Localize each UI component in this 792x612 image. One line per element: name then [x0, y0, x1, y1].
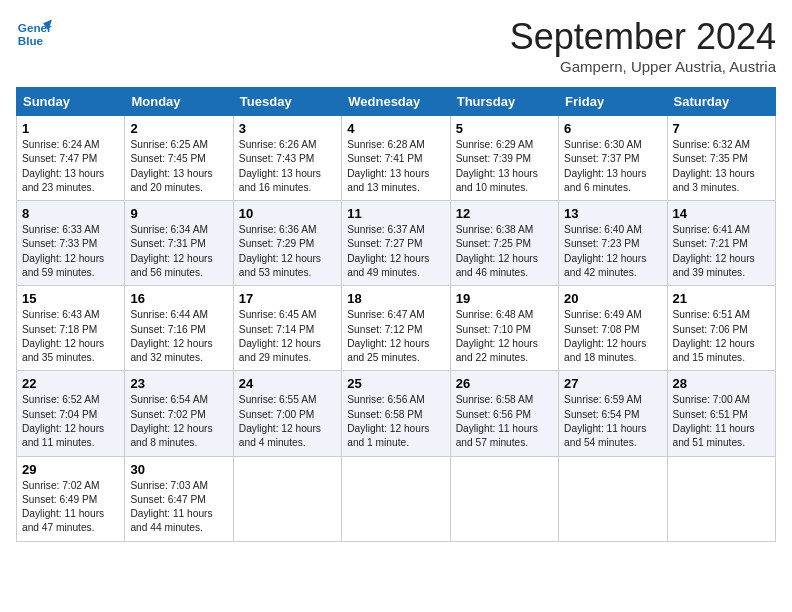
calendar-day-21: 21Sunrise: 6:51 AMSunset: 7:06 PMDayligh… [667, 286, 775, 371]
calendar-empty-cell [342, 456, 450, 541]
col-header-sunday: Sunday [17, 88, 125, 116]
calendar-day-18: 18Sunrise: 6:47 AMSunset: 7:12 PMDayligh… [342, 286, 450, 371]
calendar-day-15: 15Sunrise: 6:43 AMSunset: 7:18 PMDayligh… [17, 286, 125, 371]
calendar-table: SundayMondayTuesdayWednesdayThursdayFrid… [16, 87, 776, 542]
calendar-week-1: 1Sunrise: 6:24 AMSunset: 7:47 PMDaylight… [17, 116, 776, 201]
calendar-day-29: 29Sunrise: 7:02 AMSunset: 6:49 PMDayligh… [17, 456, 125, 541]
svg-text:Blue: Blue [18, 34, 44, 47]
calendar-empty-cell [559, 456, 667, 541]
calendar-day-4: 4Sunrise: 6:28 AMSunset: 7:41 PMDaylight… [342, 116, 450, 201]
calendar-week-5: 29Sunrise: 7:02 AMSunset: 6:49 PMDayligh… [17, 456, 776, 541]
calendar-day-9: 9Sunrise: 6:34 AMSunset: 7:31 PMDaylight… [125, 201, 233, 286]
logo: General Blue [16, 16, 56, 52]
title-block: September 2024 Gampern, Upper Austria, A… [510, 16, 776, 75]
calendar-day-14: 14Sunrise: 6:41 AMSunset: 7:21 PMDayligh… [667, 201, 775, 286]
page-header: General Blue September 2024 Gampern, Upp… [16, 16, 776, 75]
calendar-day-26: 26Sunrise: 6:58 AMSunset: 6:56 PMDayligh… [450, 371, 558, 456]
calendar-empty-cell [450, 456, 558, 541]
calendar-day-5: 5Sunrise: 6:29 AMSunset: 7:39 PMDaylight… [450, 116, 558, 201]
calendar-day-30: 30Sunrise: 7:03 AMSunset: 6:47 PMDayligh… [125, 456, 233, 541]
calendar-day-1: 1Sunrise: 6:24 AMSunset: 7:47 PMDaylight… [17, 116, 125, 201]
col-header-tuesday: Tuesday [233, 88, 341, 116]
calendar-day-20: 20Sunrise: 6:49 AMSunset: 7:08 PMDayligh… [559, 286, 667, 371]
logo-icon: General Blue [16, 16, 52, 52]
calendar-day-17: 17Sunrise: 6:45 AMSunset: 7:14 PMDayligh… [233, 286, 341, 371]
calendar-day-8: 8Sunrise: 6:33 AMSunset: 7:33 PMDaylight… [17, 201, 125, 286]
calendar-day-3: 3Sunrise: 6:26 AMSunset: 7:43 PMDaylight… [233, 116, 341, 201]
calendar-week-3: 15Sunrise: 6:43 AMSunset: 7:18 PMDayligh… [17, 286, 776, 371]
location-subtitle: Gampern, Upper Austria, Austria [510, 58, 776, 75]
calendar-day-12: 12Sunrise: 6:38 AMSunset: 7:25 PMDayligh… [450, 201, 558, 286]
calendar-day-2: 2Sunrise: 6:25 AMSunset: 7:45 PMDaylight… [125, 116, 233, 201]
calendar-week-2: 8Sunrise: 6:33 AMSunset: 7:33 PMDaylight… [17, 201, 776, 286]
calendar-empty-cell [667, 456, 775, 541]
calendar-day-13: 13Sunrise: 6:40 AMSunset: 7:23 PMDayligh… [559, 201, 667, 286]
calendar-empty-cell [233, 456, 341, 541]
calendar-day-11: 11Sunrise: 6:37 AMSunset: 7:27 PMDayligh… [342, 201, 450, 286]
calendar-day-23: 23Sunrise: 6:54 AMSunset: 7:02 PMDayligh… [125, 371, 233, 456]
calendar-week-4: 22Sunrise: 6:52 AMSunset: 7:04 PMDayligh… [17, 371, 776, 456]
col-header-wednesday: Wednesday [342, 88, 450, 116]
calendar-day-10: 10Sunrise: 6:36 AMSunset: 7:29 PMDayligh… [233, 201, 341, 286]
calendar-day-7: 7Sunrise: 6:32 AMSunset: 7:35 PMDaylight… [667, 116, 775, 201]
col-header-monday: Monday [125, 88, 233, 116]
calendar-day-19: 19Sunrise: 6:48 AMSunset: 7:10 PMDayligh… [450, 286, 558, 371]
calendar-day-27: 27Sunrise: 6:59 AMSunset: 6:54 PMDayligh… [559, 371, 667, 456]
calendar-day-25: 25Sunrise: 6:56 AMSunset: 6:58 PMDayligh… [342, 371, 450, 456]
month-title: September 2024 [510, 16, 776, 58]
calendar-day-6: 6Sunrise: 6:30 AMSunset: 7:37 PMDaylight… [559, 116, 667, 201]
calendar-header-row: SundayMondayTuesdayWednesdayThursdayFrid… [17, 88, 776, 116]
calendar-day-28: 28Sunrise: 7:00 AMSunset: 6:51 PMDayligh… [667, 371, 775, 456]
calendar-day-16: 16Sunrise: 6:44 AMSunset: 7:16 PMDayligh… [125, 286, 233, 371]
calendar-day-22: 22Sunrise: 6:52 AMSunset: 7:04 PMDayligh… [17, 371, 125, 456]
calendar-day-24: 24Sunrise: 6:55 AMSunset: 7:00 PMDayligh… [233, 371, 341, 456]
col-header-thursday: Thursday [450, 88, 558, 116]
col-header-saturday: Saturday [667, 88, 775, 116]
col-header-friday: Friday [559, 88, 667, 116]
